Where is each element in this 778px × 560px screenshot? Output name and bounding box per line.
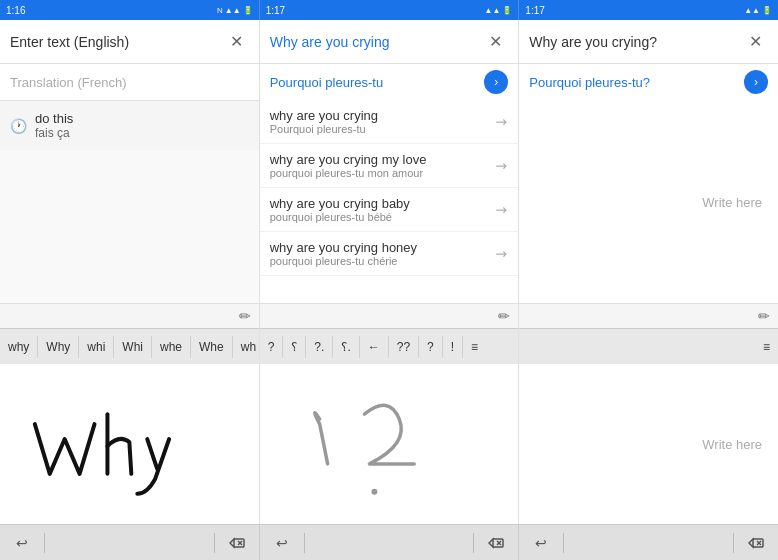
panel-left-word-bar: why Why whi Whi whe Whe wh Wha … [0, 328, 259, 364]
word-chip-wh[interactable]: wh [233, 336, 259, 358]
write-here-label-hw: Write here [702, 437, 762, 452]
word-chip-q3[interactable]: ?. [306, 336, 333, 358]
panel-middle-title: Why are you crying [270, 34, 484, 50]
suggestion-item-0[interactable]: why are you crying Pourquoi pleures-tu ↗ [260, 100, 519, 144]
status-icons-right: ▲▲ 🔋 [744, 6, 772, 15]
delete-btn-right[interactable] [734, 525, 778, 561]
history-clock-icon: 🕐 [10, 118, 27, 134]
panel-middle-arrow[interactable]: › [484, 70, 508, 94]
pencil-icon-left[interactable]: ✏ [239, 308, 251, 324]
panel-right-translation-row[interactable]: Pourquoi pleures-tu? › [519, 64, 778, 100]
suggestion-item-1[interactable]: why are you crying my love pourquoi pleu… [260, 144, 519, 188]
word-chip-q4[interactable]: ؟. [333, 336, 359, 358]
backspace-icon-middle [488, 537, 504, 549]
backspace-icon-right [748, 537, 764, 549]
suggestion-content-0: why are you crying Pourquoi pleures-tu [270, 108, 497, 135]
handwriting-panel-right[interactable]: Write here [519, 364, 778, 524]
panel-left-title: Enter text (English) [10, 34, 224, 50]
suggestion-sub-1: pourquoi pleures-tu mon amour [270, 167, 497, 179]
word-chip-why[interactable]: why [0, 336, 38, 358]
time-left: 1:16 [6, 5, 25, 16]
word-chip-q1[interactable]: ? [260, 336, 284, 358]
suggestion-main-2: why are you crying baby [270, 196, 497, 211]
status-bar-left: 1:16 N ▲▲ 🔋 [0, 0, 260, 20]
history-sub: fais ça [35, 126, 73, 140]
suggestion-content-1: why are you crying my love pourquoi pleu… [270, 152, 497, 179]
word-chip-q2[interactable]: ؟ [283, 336, 306, 358]
suggestion-item-3[interactable]: why are you crying honey pourquoi pleure… [260, 232, 519, 276]
word-chip-qq[interactable]: ?? [389, 336, 419, 358]
main-panels: Enter text (English) ✕ Translation (Fren… [0, 20, 778, 364]
space-btn-left[interactable] [45, 525, 214, 561]
panel-middle-suggestions: why are you crying Pourquoi pleures-tu ↗… [260, 100, 519, 303]
panel-right-arrow[interactable]: › [744, 70, 768, 94]
word-chip-menu[interactable]: ≡ [463, 336, 486, 358]
word-chip-Whi[interactable]: Whi [114, 336, 152, 358]
panel-middle-translation: Pourquoi pleures-tu [270, 75, 485, 90]
status-bar-right: 1:17 ▲▲ 🔋 [519, 0, 778, 20]
handwriting-section: Write here [0, 364, 778, 524]
panel-right: Why are you crying? ✕ Pourquoi pleures-t… [519, 20, 778, 364]
word-chip-arr[interactable]: ← [360, 336, 389, 358]
suggestion-sub-3: pourquoi pleures-tu chérie [270, 255, 497, 267]
svg-point-0 [371, 489, 377, 495]
panel-middle-header: Why are you crying ✕ [260, 20, 519, 64]
status-icons-left: N ▲▲ 🔋 [217, 6, 253, 15]
word-chip-excl[interactable]: ! [443, 336, 463, 358]
bottom-toolbar-left: ↩ [0, 525, 260, 560]
word-bar-items-middle: ? ؟ ?. ؟. ← ?? ? ! ≡ [260, 329, 486, 365]
undo-btn-left[interactable]: ↩ [0, 525, 44, 561]
suggestion-sub-0: Pourquoi pleures-tu [270, 123, 497, 135]
panel-middle-word-bar: ? ؟ ?. ؟. ← ?? ? ! ≡ [260, 328, 519, 364]
suggestion-content-2: why are you crying baby pourquoi pleures… [270, 196, 497, 223]
suggestion-item-2[interactable]: why are you crying baby pourquoi pleures… [260, 188, 519, 232]
delete-btn-left[interactable] [215, 525, 259, 561]
status-bars: 1:16 N ▲▲ 🔋 1:17 ▲▲ 🔋 1:17 ▲▲ 🔋 [0, 0, 778, 20]
undo-btn-middle[interactable]: ↩ [260, 525, 304, 561]
pencil-icon-right[interactable]: ✏ [758, 308, 770, 324]
suggestion-main-0: why are you crying [270, 108, 497, 123]
history-main: do this [35, 111, 73, 126]
panel-left-close[interactable]: ✕ [224, 30, 249, 53]
bottom-toolbar-middle: ↩ [260, 525, 520, 560]
backspace-icon-left [229, 537, 245, 549]
suggestion-content-3: why are you crying honey pourquoi pleure… [270, 240, 497, 267]
handwriting-svg-left [0, 364, 259, 524]
panel-right-header: Why are you crying? ✕ [519, 20, 778, 64]
word-chip-Why[interactable]: Why [38, 336, 79, 358]
word-bar-items-left: why Why whi Whi whe Whe wh Wha … [0, 329, 259, 365]
suggestion-sub-2: pourquoi pleures-tu bébé [270, 211, 497, 223]
space-btn-right[interactable] [564, 525, 733, 561]
panel-middle: Why are you crying ✕ Pourquoi pleures-tu… [260, 20, 520, 364]
word-bar-items-right: ≡ [519, 329, 778, 365]
suggestion-main-1: why are you crying my love [270, 152, 497, 167]
panel-right-close[interactable]: ✕ [743, 30, 768, 53]
word-chip-menu-right[interactable]: ≡ [755, 336, 778, 358]
panel-left-header: Enter text (English) ✕ [0, 20, 259, 64]
delete-btn-middle[interactable] [474, 525, 518, 561]
bottom-toolbar: ↩ ↩ ↩ [0, 524, 778, 560]
word-chip-whi[interactable]: whi [79, 336, 114, 358]
panel-middle-close[interactable]: ✕ [483, 30, 508, 53]
suggestion-main-3: why are you crying honey [270, 240, 497, 255]
undo-btn-right[interactable]: ↩ [519, 525, 563, 561]
status-icons-middle: ▲▲ 🔋 [485, 6, 513, 15]
word-chip-Whe[interactable]: Whe [191, 336, 233, 358]
panel-middle-pencil-area: ✏ [260, 303, 519, 328]
word-chip-whe[interactable]: whe [152, 336, 191, 358]
panel-right-title: Why are you crying? [529, 34, 743, 50]
history-section: 🕐 do this fais ça [0, 100, 259, 150]
panel-left-pencil-area: ✏ [0, 303, 259, 328]
handwriting-panel-left[interactable] [0, 364, 260, 524]
handwriting-svg-middle [260, 364, 519, 524]
pencil-icon-middle[interactable]: ✏ [498, 308, 510, 324]
space-btn-middle[interactable] [305, 525, 474, 561]
write-here-label: Write here [702, 194, 762, 209]
word-chip-q5[interactable]: ? [419, 336, 443, 358]
panel-left: Enter text (English) ✕ Translation (Fren… [0, 20, 260, 364]
handwriting-panel-middle[interactable] [260, 364, 520, 524]
panel-right-pencil-area: ✏ [519, 303, 778, 328]
history-item[interactable]: 🕐 do this fais ça [0, 105, 259, 146]
panel-middle-translation-row[interactable]: Pourquoi pleures-tu › [260, 64, 519, 100]
time-middle: 1:17 [266, 5, 285, 16]
